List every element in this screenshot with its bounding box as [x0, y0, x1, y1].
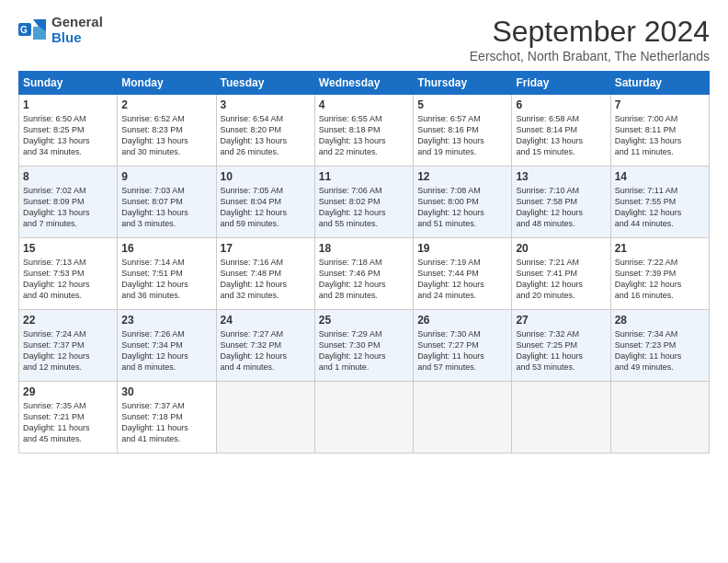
cell-details: Sunrise: 7:27 AMSunset: 7:32 PMDaylight:… — [221, 328, 311, 373]
cell-details: Sunrise: 6:52 AMSunset: 8:23 PMDaylight:… — [121, 113, 211, 158]
calendar-cell: 19Sunrise: 7:19 AMSunset: 7:44 PMDayligh… — [414, 238, 512, 310]
weekday-header-cell: Friday — [512, 72, 610, 95]
calendar-cell: 26Sunrise: 7:30 AMSunset: 7:27 PMDayligh… — [414, 310, 512, 382]
calendar-cell — [414, 382, 512, 454]
day-number: 3 — [221, 98, 311, 111]
calendar-cell: 24Sunrise: 7:27 AMSunset: 7:32 PMDayligh… — [216, 310, 314, 382]
calendar-cell: 15Sunrise: 7:13 AMSunset: 7:53 PMDayligh… — [19, 238, 118, 310]
day-number: 16 — [121, 242, 211, 255]
cell-details: Sunrise: 6:55 AMSunset: 8:18 PMDaylight:… — [319, 113, 409, 158]
day-number: 8 — [23, 170, 113, 183]
day-number: 30 — [121, 385, 211, 398]
day-number: 4 — [319, 98, 409, 111]
logo: G General Blue — [18, 15, 103, 45]
cell-details: Sunrise: 7:14 AMSunset: 7:51 PMDaylight:… — [121, 257, 211, 302]
day-number: 29 — [23, 385, 113, 398]
weekday-header-cell: Sunday — [19, 72, 118, 95]
calendar-body: 1Sunrise: 6:50 AMSunset: 8:25 PMDaylight… — [19, 95, 710, 454]
calendar-cell: 22Sunrise: 7:24 AMSunset: 7:37 PMDayligh… — [19, 310, 118, 382]
cell-details: Sunrise: 7:13 AMSunset: 7:53 PMDaylight:… — [23, 257, 113, 302]
calendar-cell: 5Sunrise: 6:57 AMSunset: 8:16 PMDaylight… — [414, 95, 512, 167]
cell-details: Sunrise: 7:34 AMSunset: 7:23 PMDaylight:… — [615, 328, 705, 373]
calendar-cell: 18Sunrise: 7:18 AMSunset: 7:46 PMDayligh… — [314, 238, 413, 310]
weekday-header-cell: Thursday — [414, 72, 512, 95]
calendar-week-row: 1Sunrise: 6:50 AMSunset: 8:25 PMDaylight… — [19, 95, 710, 167]
day-number: 20 — [516, 242, 606, 255]
cell-details: Sunrise: 7:32 AMSunset: 7:25 PMDaylight:… — [516, 328, 606, 373]
cell-details: Sunrise: 7:06 AMSunset: 8:02 PMDaylight:… — [319, 185, 409, 230]
calendar-cell: 7Sunrise: 7:00 AMSunset: 8:11 PMDaylight… — [610, 95, 709, 167]
location-title: Eerschot, North Brabant, The Netherlands — [470, 49, 710, 63]
cell-details: Sunrise: 7:08 AMSunset: 8:00 PMDaylight:… — [417, 185, 507, 230]
calendar-cell: 13Sunrise: 7:10 AMSunset: 7:58 PMDayligh… — [512, 167, 610, 238]
cell-details: Sunrise: 7:37 AMSunset: 7:18 PMDaylight:… — [121, 400, 211, 445]
day-number: 1 — [23, 98, 113, 111]
day-number: 27 — [516, 314, 606, 327]
calendar-cell: 23Sunrise: 7:26 AMSunset: 7:34 PMDayligh… — [118, 310, 216, 382]
day-number: 28 — [615, 314, 705, 327]
day-number: 7 — [615, 98, 705, 111]
calendar-cell: 21Sunrise: 7:22 AMSunset: 7:39 PMDayligh… — [610, 238, 709, 310]
day-number: 15 — [23, 242, 113, 255]
day-number: 24 — [221, 314, 311, 327]
calendar-week-row: 15Sunrise: 7:13 AMSunset: 7:53 PMDayligh… — [19, 238, 710, 310]
cell-details: Sunrise: 7:26 AMSunset: 7:34 PMDaylight:… — [121, 328, 211, 373]
calendar-cell: 16Sunrise: 7:14 AMSunset: 7:51 PMDayligh… — [118, 238, 216, 310]
header: G General Blue September 2024 Eerschot, … — [18, 15, 710, 63]
cell-details: Sunrise: 7:16 AMSunset: 7:48 PMDaylight:… — [221, 257, 311, 302]
day-number: 25 — [319, 314, 409, 327]
cell-details: Sunrise: 6:57 AMSunset: 8:16 PMDaylight:… — [417, 113, 507, 158]
day-number: 12 — [417, 170, 507, 183]
calendar-cell — [216, 382, 314, 454]
month-title: September 2024 — [470, 15, 710, 49]
calendar-cell: 29Sunrise: 7:35 AMSunset: 7:21 PMDayligh… — [19, 382, 118, 454]
day-number: 10 — [221, 170, 311, 183]
day-number: 22 — [23, 314, 113, 327]
calendar-cell — [610, 382, 709, 454]
calendar-cell: 4Sunrise: 6:55 AMSunset: 8:18 PMDaylight… — [314, 95, 413, 167]
day-number: 13 — [516, 170, 606, 183]
weekday-header-cell: Saturday — [610, 72, 709, 95]
cell-details: Sunrise: 7:22 AMSunset: 7:39 PMDaylight:… — [615, 257, 705, 302]
day-number: 21 — [615, 242, 705, 255]
cell-details: Sunrise: 7:30 AMSunset: 7:27 PMDaylight:… — [417, 328, 507, 373]
cell-details: Sunrise: 7:10 AMSunset: 7:58 PMDaylight:… — [516, 185, 606, 230]
cell-details: Sunrise: 7:05 AMSunset: 8:04 PMDaylight:… — [221, 185, 311, 230]
day-number: 19 — [417, 242, 507, 255]
logo-blue: Blue — [51, 30, 103, 46]
calendar-week-row: 29Sunrise: 7:35 AMSunset: 7:21 PMDayligh… — [19, 382, 710, 454]
day-number: 9 — [121, 170, 211, 183]
calendar-cell: 25Sunrise: 7:29 AMSunset: 7:30 PMDayligh… — [314, 310, 413, 382]
cell-details: Sunrise: 6:58 AMSunset: 8:14 PMDaylight:… — [516, 113, 606, 158]
calendar-cell: 3Sunrise: 6:54 AMSunset: 8:20 PMDaylight… — [216, 95, 314, 167]
weekday-header-cell: Monday — [118, 72, 216, 95]
cell-details: Sunrise: 7:11 AMSunset: 7:55 PMDaylight:… — [615, 185, 705, 230]
cell-details: Sunrise: 7:19 AMSunset: 7:44 PMDaylight:… — [417, 257, 507, 302]
calendar-cell: 2Sunrise: 6:52 AMSunset: 8:23 PMDaylight… — [118, 95, 216, 167]
calendar-cell: 14Sunrise: 7:11 AMSunset: 7:55 PMDayligh… — [610, 167, 709, 238]
logo-icon: G — [18, 17, 48, 43]
calendar-table: SundayMondayTuesdayWednesdayThursdayFrid… — [18, 71, 710, 454]
day-number: 6 — [516, 98, 606, 111]
svg-text:G: G — [20, 25, 28, 35]
calendar-cell: 28Sunrise: 7:34 AMSunset: 7:23 PMDayligh… — [610, 310, 709, 382]
weekday-header: SundayMondayTuesdayWednesdayThursdayFrid… — [19, 72, 710, 95]
weekday-header-cell: Wednesday — [314, 72, 413, 95]
calendar-cell: 11Sunrise: 7:06 AMSunset: 8:02 PMDayligh… — [314, 167, 413, 238]
day-number: 2 — [121, 98, 211, 111]
logo-general: General — [51, 15, 103, 30]
title-block: September 2024 Eerschot, North Brabant, … — [470, 15, 710, 63]
calendar-cell: 27Sunrise: 7:32 AMSunset: 7:25 PMDayligh… — [512, 310, 610, 382]
calendar-cell: 12Sunrise: 7:08 AMSunset: 8:00 PMDayligh… — [414, 167, 512, 238]
calendar-cell — [512, 382, 610, 454]
calendar-cell: 20Sunrise: 7:21 AMSunset: 7:41 PMDayligh… — [512, 238, 610, 310]
cell-details: Sunrise: 7:21 AMSunset: 7:41 PMDaylight:… — [516, 257, 606, 302]
weekday-header-cell: Tuesday — [216, 72, 314, 95]
calendar-cell: 30Sunrise: 7:37 AMSunset: 7:18 PMDayligh… — [118, 382, 216, 454]
cell-details: Sunrise: 7:02 AMSunset: 8:09 PMDaylight:… — [23, 185, 113, 230]
page: G General Blue September 2024 Eerschot, … — [0, 0, 728, 563]
day-number: 5 — [417, 98, 507, 111]
calendar-cell: 6Sunrise: 6:58 AMSunset: 8:14 PMDaylight… — [512, 95, 610, 167]
calendar-week-row: 22Sunrise: 7:24 AMSunset: 7:37 PMDayligh… — [19, 310, 710, 382]
day-number: 14 — [615, 170, 705, 183]
